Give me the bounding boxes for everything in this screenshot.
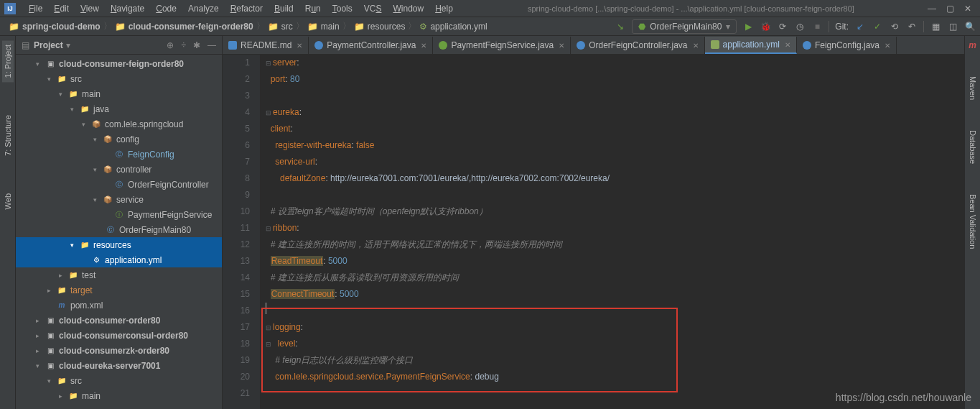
tree-mod2[interactable]: ▸▣cloud-consumer-order80: [16, 313, 222, 328]
maximize-icon[interactable]: ▢: [946, 4, 954, 14]
left-gutter: 1: Project 7: Structure Web: [0, 36, 16, 409]
tree-paymentfeignservice[interactable]: ⒾPaymentFeignService: [16, 207, 222, 222]
tool-web-tab[interactable]: Web: [2, 189, 14, 213]
tab-applicationyml[interactable]: application.yml✕: [705, 37, 797, 54]
tool-structure-tab[interactable]: 7: Structure: [2, 111, 14, 160]
menu-navigate[interactable]: Navigate: [105, 4, 150, 14]
close-icon[interactable]: ✕: [693, 42, 699, 50]
editor-area: README.md✕ PaymentController.java✕ Payme…: [223, 36, 964, 409]
tree-config[interactable]: ▾📦config: [16, 132, 222, 147]
minimize-icon[interactable]: —: [928, 4, 936, 14]
tab-feignconfig[interactable]: FeignConfig.java✕: [797, 37, 897, 54]
tree-resources[interactable]: ▾📁resources: [16, 237, 222, 252]
debug-icon[interactable]: 🐞: [760, 21, 771, 32]
tool-project-tab[interactable]: 1: Project: [2, 40, 14, 82]
close-icon[interactable]: ✕: [885, 42, 890, 50]
tab-orderfeigncontroller[interactable]: OrderFeignController.java✕: [571, 37, 704, 54]
breadcrumb-resources[interactable]: resources: [368, 22, 406, 32]
layout-icon[interactable]: ◫: [947, 21, 958, 32]
tree-module[interactable]: ▾▣cloud-consumer-feign-order80: [16, 56, 222, 71]
tree-target[interactable]: ▸📁target: [16, 282, 222, 298]
stop-icon[interactable]: ■: [811, 21, 823, 32]
tree-java[interactable]: ▾📁java: [16, 101, 222, 116]
menu-vcs[interactable]: VCS: [358, 4, 388, 14]
close-icon[interactable]: ✕: [785, 41, 790, 49]
tab-readme[interactable]: README.md✕: [223, 37, 309, 54]
tree-src[interactable]: ▾📁src: [16, 71, 222, 86]
window-title: spring-cloud-demo [...\spring-cloud-demo…: [459, 4, 923, 13]
line-numbers: 123456789101112131415161718192021: [223, 55, 260, 409]
hide-icon[interactable]: —: [207, 40, 216, 50]
navigation-bar: 📁 spring-cloud-demo 〉📁 cloud-consumer-fe…: [0, 17, 980, 36]
tree-mod4[interactable]: ▸▣cloud-consumerzk-order80: [16, 343, 222, 358]
breadcrumb-file[interactable]: application.yml: [430, 22, 487, 32]
menu-window[interactable]: Window: [387, 4, 429, 14]
tree-main[interactable]: ▾📁main: [16, 86, 222, 101]
tree-test[interactable]: ▸📁test: [16, 267, 222, 282]
breadcrumb-src[interactable]: src: [281, 22, 293, 32]
breadcrumb-module[interactable]: cloud-consumer-feign-order80: [129, 22, 253, 32]
tree-src2[interactable]: ▾📁src: [16, 373, 222, 388]
right-gutter: m Maven Database Bean Validation: [964, 36, 980, 409]
ide-logo-icon: IJ: [4, 3, 16, 14]
close-icon[interactable]: ✕: [297, 42, 302, 50]
side-title: Project: [34, 40, 63, 50]
code-content[interactable]: ⊟server: port: 80 ⊟eureka: client: regis…: [260, 55, 964, 409]
close-icon[interactable]: ✕: [559, 42, 564, 50]
tab-paymentfeignservice[interactable]: PaymentFeignService.java✕: [433, 37, 571, 54]
git-revert-icon[interactable]: ↶: [906, 21, 918, 32]
close-icon[interactable]: ✕: [964, 4, 971, 14]
structure-icon[interactable]: ▦: [930, 21, 941, 32]
project-sidebar: ▤ Project ▾ ⊕ ÷ ✱ — ▾▣cloud-consumer-fei…: [16, 36, 223, 409]
settings-icon[interactable]: ✱: [193, 40, 200, 50]
tree-applicationyml[interactable]: ⚙application.yml: [16, 252, 222, 267]
profile-icon[interactable]: ◷: [794, 21, 806, 32]
menu-analyze[interactable]: Analyze: [182, 4, 225, 14]
code-editor[interactable]: 123456789101112131415161718192021 ⊟serve…: [223, 55, 964, 409]
search-icon[interactable]: 🔍: [964, 21, 976, 32]
git-label: Git:: [835, 22, 849, 32]
close-icon[interactable]: ✕: [421, 42, 426, 50]
breadcrumb-root[interactable]: spring-cloud-demo: [22, 22, 101, 32]
menu-help[interactable]: Help: [429, 4, 459, 14]
tree-package[interactable]: ▾📦com.lele.springcloud: [16, 116, 222, 132]
run-config-selector[interactable]: ⬣ OrderFeignMain80 ▾: [632, 19, 737, 34]
menu-view[interactable]: View: [75, 4, 105, 14]
tree-mod3[interactable]: ▸▣cloud-consumerconsul-order80: [16, 328, 222, 343]
tree-main2[interactable]: ▸📁main: [16, 388, 222, 403]
git-history-icon[interactable]: ⟲: [889, 21, 900, 32]
build-icon[interactable]: ↘: [615, 21, 626, 32]
editor-tabs: README.md✕ PaymentController.java✕ Payme…: [223, 36, 964, 55]
tree-feignconfig[interactable]: ⒸFeignConfig: [16, 147, 222, 162]
tree-orderfeignmain[interactable]: ⒸOrderFeignMain80: [16, 222, 222, 237]
menu-file[interactable]: File: [23, 4, 48, 14]
tab-paymentcontroller[interactable]: PaymentController.java✕: [309, 37, 433, 54]
menu-bar: IJ File Edit View Navigate Code Analyze …: [0, 0, 980, 17]
tree-pom[interactable]: mpom.xml: [16, 298, 222, 313]
run-icon[interactable]: ▶: [742, 21, 754, 32]
locate-icon[interactable]: ⊕: [167, 40, 174, 50]
tool-bean-tab[interactable]: Bean Validation: [967, 190, 979, 253]
watermark: https://blog.csdn.net/houwanle: [836, 392, 971, 403]
tool-maven-tab[interactable]: Maven: [967, 72, 979, 104]
git-update-icon[interactable]: ↙: [854, 21, 866, 32]
tree-orderfeigncontroller[interactable]: ⒸOrderFeignController: [16, 177, 222, 192]
coverage-icon[interactable]: ⟳: [777, 21, 788, 32]
tree-controller[interactable]: ▾📦controller: [16, 162, 222, 177]
breadcrumb-main[interactable]: main: [321, 22, 340, 32]
menu-edit[interactable]: Edit: [48, 4, 75, 14]
project-tree: ▾▣cloud-consumer-feign-order80 ▾📁src ▾📁m…: [16, 55, 222, 409]
menu-build[interactable]: Build: [269, 4, 299, 14]
menu-tools[interactable]: Tools: [327, 4, 358, 14]
menu-code[interactable]: Code: [150, 4, 182, 14]
tree-service[interactable]: ▾📦service: [16, 192, 222, 207]
collapse-icon[interactable]: ÷: [181, 40, 186, 50]
menu-run[interactable]: Run: [299, 4, 327, 14]
git-commit-icon[interactable]: ✓: [872, 21, 883, 32]
tree-mod5[interactable]: ▾▣cloud-eureka-server7001: [16, 358, 222, 373]
menu-refactor[interactable]: Refactor: [225, 4, 269, 14]
tool-database-tab[interactable]: Database: [967, 126, 979, 168]
